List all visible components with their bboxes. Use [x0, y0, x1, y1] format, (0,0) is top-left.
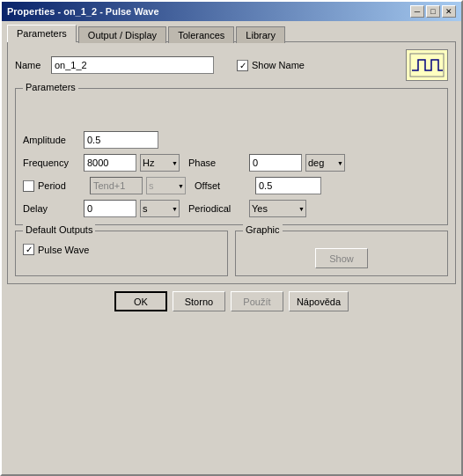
phase-input[interactable]	[249, 154, 302, 172]
parameters-group: Parameters Amplitude Frequency Hz kHz MH…	[15, 88, 448, 225]
name-label: Name	[15, 60, 46, 70]
periodical-row: Periodical Yes No	[188, 200, 306, 217]
amplitude-input[interactable]	[84, 131, 158, 149]
tab-library[interactable]: Library	[236, 26, 285, 43]
default-outputs-label: Default Outputs	[23, 224, 95, 235]
bottom-section: Default Outputs Pulse Wave Graphic Show	[15, 231, 448, 276]
frequency-unit-wrapper: Hz kHz MHz	[140, 154, 180, 172]
frequency-row: Frequency Hz kHz MHz	[23, 154, 180, 172]
maximize-button[interactable]: □	[426, 5, 440, 18]
period-label: Period	[38, 180, 86, 191]
title-bar: Properties - on_1_2 - Pulse Wave ─ □ ✕	[2, 2, 461, 21]
pulse-wave-icon	[409, 53, 445, 77]
offset-input[interactable]	[255, 177, 321, 194]
show-name-checkbox[interactable]	[237, 60, 248, 71]
delay-periodical-row: Delay s ms Periodical Yes No	[23, 200, 440, 217]
period-row: Period s ms	[23, 177, 186, 194]
name-row: Name Show Name	[15, 49, 448, 81]
offset-label: Offset	[195, 180, 252, 191]
period-checkbox[interactable]	[23, 180, 34, 192]
phase-label: Phase	[188, 157, 246, 168]
period-offset-row: Period s ms Offset	[23, 177, 440, 194]
graphic-box: Graphic Show	[235, 231, 448, 276]
button-bar: OK Storno Použít Nápověda	[2, 284, 461, 317]
phase-row: Phase deg rad	[188, 154, 345, 172]
default-outputs-box: Default Outputs Pulse Wave	[15, 231, 228, 276]
tab-output-display[interactable]: Output / Display	[78, 26, 166, 43]
periodical-unit-wrapper: Yes No	[249, 200, 306, 217]
show-name-label: Show Name	[252, 60, 305, 70]
param-spacer	[23, 96, 440, 131]
delay-row: Delay s ms	[23, 200, 180, 217]
tab-tolerances[interactable]: Tolerances	[168, 26, 234, 43]
show-button[interactable]: Show	[315, 248, 368, 268]
pulse-wave-output-label: Pulse Wave	[38, 245, 89, 255]
amplitude-label: Amplitude	[23, 135, 80, 145]
frequency-label: Frequency	[23, 157, 80, 168]
period-unit-select: s ms	[146, 177, 186, 194]
minimize-button[interactable]: ─	[410, 5, 424, 18]
napoveda-button[interactable]: Nápověda	[289, 291, 349, 311]
graphic-label: Graphic	[243, 224, 283, 235]
window-title: Properties - on_1_2 - Pulse Wave	[7, 6, 159, 17]
offset-row: Offset	[195, 177, 321, 194]
phase-unit-select[interactable]: deg rad	[305, 154, 345, 172]
delay-unit-wrapper: s ms	[140, 200, 180, 217]
title-bar-buttons: ─ □ ✕	[410, 5, 456, 18]
freq-phase-row: Frequency Hz kHz MHz Phase	[23, 154, 440, 172]
ok-button[interactable]: OK	[114, 291, 167, 311]
frequency-unit-select[interactable]: Hz kHz MHz	[140, 154, 180, 172]
storno-button[interactable]: Storno	[173, 291, 225, 311]
delay-label: Delay	[23, 203, 80, 214]
component-icon	[406, 49, 448, 81]
tab-content-parameters: Name Show Name Parameters Amplitude	[7, 41, 456, 284]
periodical-label: Periodical	[188, 203, 246, 214]
close-button[interactable]: ✕	[442, 5, 456, 18]
delay-input[interactable]	[84, 200, 136, 217]
periodical-select[interactable]: Yes No	[249, 200, 306, 217]
delay-unit-select[interactable]: s ms	[140, 200, 180, 217]
phase-unit-wrapper: deg rad	[305, 154, 345, 172]
name-input[interactable]	[51, 56, 214, 74]
pulse-wave-checkbox[interactable]	[23, 244, 34, 255]
tab-parameters[interactable]: Parameters	[7, 25, 77, 42]
parameters-group-label: Parameters	[23, 82, 78, 92]
frequency-input[interactable]	[84, 154, 136, 172]
pouzit-button[interactable]: Použít	[231, 291, 283, 311]
pulse-wave-output-row: Pulse Wave	[23, 244, 220, 255]
amplitude-row: Amplitude	[23, 131, 440, 149]
period-unit-wrapper: s ms	[146, 177, 186, 194]
period-input	[90, 177, 143, 194]
show-name-area: Show Name	[237, 60, 305, 71]
tab-bar: Parameters Output / Display Tolerances L…	[2, 21, 461, 41]
